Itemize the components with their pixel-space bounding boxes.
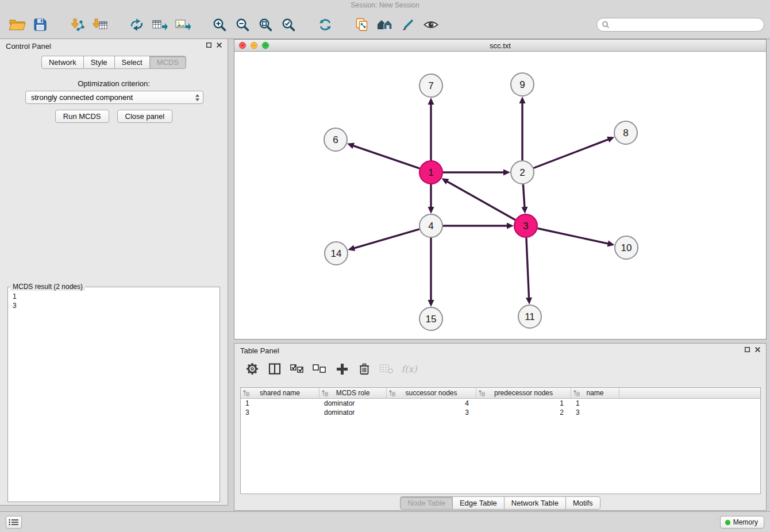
table-cell[interactable]: 3 bbox=[571, 408, 619, 417]
control-panel: Control Panel NetworkStyleSelectMCDS Opt… bbox=[0, 39, 228, 506]
search-input[interactable] bbox=[612, 19, 764, 30]
export-table-icon[interactable] bbox=[148, 14, 171, 35]
first-neighbors-icon[interactable] bbox=[374, 14, 396, 35]
graph-node-1[interactable]: 1 bbox=[419, 161, 442, 184]
memory-label: Memory bbox=[733, 518, 758, 526]
tab-style[interactable]: Style bbox=[83, 56, 115, 69]
float-panel-icon[interactable] bbox=[206, 43, 211, 48]
graph-edge-arrow-icon bbox=[521, 207, 528, 214]
svg-text:4: 4 bbox=[428, 221, 433, 232]
graph-edge-2-3[interactable] bbox=[523, 184, 525, 208]
settings-gear-icon[interactable] bbox=[244, 360, 261, 378]
dropdown-arrows-icon bbox=[195, 94, 200, 102]
optimization-criterion-label: Optimization criterion: bbox=[0, 79, 228, 88]
run-mcds-button[interactable]: Run MCDS bbox=[55, 110, 109, 123]
graph-node-15[interactable]: 15 bbox=[419, 307, 442, 330]
zoom-in-icon[interactable] bbox=[208, 14, 231, 35]
control-panel-title: Control Panel bbox=[6, 42, 51, 51]
save-icon[interactable] bbox=[29, 14, 52, 35]
tab-network[interactable]: Network bbox=[41, 56, 84, 69]
zoom-selected-icon[interactable] bbox=[277, 14, 300, 35]
table-cell[interactable]: 1 bbox=[241, 399, 319, 408]
column-layout-icon[interactable] bbox=[266, 360, 283, 378]
graph-node-7[interactable]: 7 bbox=[419, 74, 442, 97]
table-row[interactable]: 3dominator323 bbox=[241, 408, 760, 417]
tab-network-table[interactable]: Network Table bbox=[504, 496, 566, 510]
graph-edge-arrow-icon bbox=[428, 207, 434, 214]
import-table-icon[interactable] bbox=[88, 14, 111, 35]
close-panel-icon[interactable] bbox=[755, 347, 760, 352]
zoom-out-icon[interactable] bbox=[231, 14, 254, 35]
table-cell[interactable]: 2 bbox=[476, 408, 571, 417]
network-graph[interactable]: 7968124314101511 bbox=[234, 52, 766, 340]
task-list-button[interactable] bbox=[6, 516, 22, 529]
column-header-predecessor-nodes[interactable]: predecessor nodes bbox=[476, 388, 571, 398]
table-cell[interactable]: 1 bbox=[476, 399, 571, 408]
table-cell[interactable]: dominator bbox=[319, 399, 387, 408]
table-cell[interactable]: dominator bbox=[319, 408, 387, 417]
column-header-shared-name[interactable]: shared name bbox=[241, 388, 319, 398]
graph-node-3[interactable]: 3 bbox=[514, 214, 537, 237]
show-hide-icon[interactable] bbox=[419, 14, 442, 35]
graph-edge-1-6[interactable] bbox=[352, 145, 419, 168]
graph-edge-4-14[interactable] bbox=[353, 229, 419, 248]
graph-node-14[interactable]: 14 bbox=[325, 242, 348, 265]
graph-node-11[interactable]: 11 bbox=[518, 305, 541, 328]
graph-node-9[interactable]: 9 bbox=[511, 73, 534, 96]
mcds-buttons-row: Run MCDS Close panel bbox=[0, 110, 228, 123]
float-panel-icon[interactable] bbox=[745, 347, 750, 352]
function-builder-icon: f(x) bbox=[401, 360, 418, 378]
table-row[interactable]: 1dominator411 bbox=[241, 399, 760, 408]
tab-edge-table[interactable]: Edge Table bbox=[452, 496, 505, 510]
import-network-icon[interactable] bbox=[66, 14, 88, 35]
graph-edge-3-1[interactable] bbox=[446, 181, 515, 220]
svg-text:14: 14 bbox=[331, 248, 342, 259]
graph-node-2[interactable]: 2 bbox=[511, 161, 534, 184]
duplicate-network-icon[interactable] bbox=[351, 14, 374, 35]
export-image-icon[interactable] bbox=[171, 14, 194, 35]
svg-text:15: 15 bbox=[426, 314, 437, 325]
open-file-icon[interactable] bbox=[6, 14, 29, 35]
optimization-dropdown[interactable]: strongly connected component bbox=[25, 91, 203, 104]
close-panel-button[interactable]: Close panel bbox=[117, 110, 173, 123]
table-cell[interactable]: 1 bbox=[571, 399, 619, 408]
column-header-mcds-role[interactable]: MCDS role bbox=[319, 388, 387, 398]
paint-style-icon[interactable] bbox=[396, 14, 419, 35]
zoom-fit-icon[interactable] bbox=[254, 14, 277, 35]
table-cell[interactable]: 4 bbox=[387, 399, 476, 408]
tab-node-table[interactable]: Node Table bbox=[400, 496, 453, 510]
column-header-name[interactable]: name bbox=[571, 388, 619, 398]
table-cell[interactable]: 3 bbox=[387, 408, 476, 417]
add-row-icon[interactable] bbox=[333, 360, 351, 378]
graph-node-6[interactable]: 6 bbox=[324, 128, 347, 151]
search-box[interactable] bbox=[596, 18, 764, 32]
tab-motifs[interactable]: Motifs bbox=[565, 496, 600, 510]
window-zoom-button[interactable]: + bbox=[262, 42, 269, 49]
graph-node-10[interactable]: 10 bbox=[615, 236, 638, 259]
graph-edge-3-11[interactable] bbox=[526, 238, 529, 299]
svg-text:9: 9 bbox=[519, 79, 525, 90]
memory-button[interactable]: Memory bbox=[720, 516, 764, 529]
tab-select[interactable]: Select bbox=[114, 56, 150, 69]
window-minimize-button[interactable]: − bbox=[251, 42, 257, 49]
select-all-icon[interactable] bbox=[288, 360, 306, 378]
deselect-all-icon[interactable] bbox=[311, 360, 328, 378]
window-close-button[interactable]: × bbox=[239, 42, 246, 49]
delete-row-icon[interactable] bbox=[356, 360, 373, 378]
graph-node-4[interactable]: 4 bbox=[419, 214, 442, 237]
export-network-icon[interactable] bbox=[125, 14, 148, 35]
graph-edge-3-10[interactable] bbox=[538, 229, 609, 244]
column-label: name bbox=[586, 389, 603, 397]
column-header-successor-nodes[interactable]: successor nodes bbox=[387, 388, 476, 398]
graph-edge-2-8[interactable] bbox=[534, 139, 610, 168]
network-canvas[interactable]: 7968124314101511 bbox=[234, 52, 766, 339]
column-type-icon bbox=[243, 390, 249, 396]
toolbar-group bbox=[125, 14, 194, 35]
table-cell[interactable]: 3 bbox=[241, 408, 319, 417]
svg-text:3: 3 bbox=[523, 221, 528, 232]
tab-mcds[interactable]: MCDS bbox=[149, 56, 186, 69]
network-window-titlebar[interactable]: × − + scc.txt bbox=[234, 40, 766, 52]
close-panel-icon[interactable] bbox=[217, 43, 222, 48]
graph-node-8[interactable]: 8 bbox=[614, 121, 637, 144]
refresh-icon[interactable] bbox=[314, 14, 337, 35]
